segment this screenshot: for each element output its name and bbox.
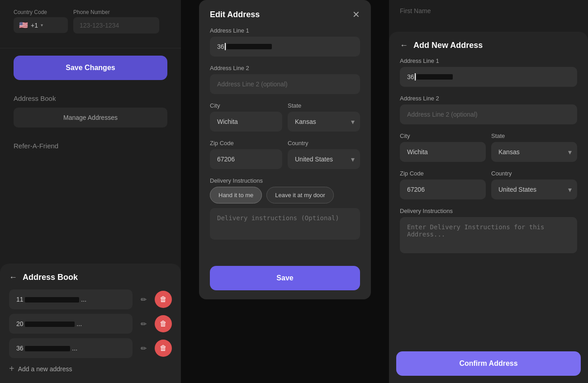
- add-new-address-row[interactable]: + Add a new address: [9, 364, 172, 374]
- right-address-line2-label: Address Line 2: [400, 95, 577, 102]
- right-address-line1-input[interactable]: 36: [400, 67, 577, 87]
- phone-field-row: Country Code 🇺🇸 +1 ▾ Phone Number 123-12…: [14, 9, 167, 33]
- address-book-drawer: ← Address Book 11 ... ✏ 🗑 20 ... ✏ 🗑: [0, 264, 181, 383]
- delivery-textarea[interactable]: [210, 208, 360, 240]
- first-name-label: First Name: [400, 7, 577, 14]
- modal-footer: Save: [199, 260, 371, 299]
- flag-icon: 🇺🇸: [19, 21, 28, 29]
- city-label: City: [210, 102, 282, 109]
- back-arrow-right-icon[interactable]: ←: [400, 41, 408, 50]
- address-line2-input[interactable]: [210, 74, 360, 94]
- delete-address-1-button[interactable]: 🗑: [155, 291, 172, 308]
- right-zip-group: Zip Code: [400, 170, 486, 199]
- confirm-address-button[interactable]: Confirm Address: [396, 351, 581, 376]
- edit-address-2-button[interactable]: ✏: [137, 316, 150, 332]
- state-select[interactable]: Kansas: [288, 112, 360, 132]
- hand-it-to-me-button[interactable]: Hand it to me: [210, 187, 262, 203]
- delete-address-2-button[interactable]: 🗑: [155, 315, 172, 332]
- redacted-text: [25, 297, 79, 303]
- address-item: 11 ... ✏ 🗑: [9, 289, 172, 309]
- right-city-group: City: [400, 132, 486, 162]
- save-changes-button[interactable]: Save Changes: [14, 56, 167, 80]
- address-text-1: 11 ...: [9, 289, 133, 309]
- right-delivery-textarea[interactable]: [400, 217, 577, 253]
- right-address-line2-group: Address Line 2: [400, 95, 577, 124]
- right-state-select[interactable]: Kansas: [491, 142, 577, 162]
- address-item: 36 ... ✏ 🗑: [9, 338, 172, 358]
- state-label: State: [288, 102, 360, 109]
- right-drawer-header: ← Add New Address: [389, 32, 588, 57]
- drawer-title: Address Book: [23, 273, 78, 282]
- refer-title: Refer-A-Friend: [14, 142, 167, 150]
- right-drawer-body: Address Line 1 36 Address Line 2 City: [389, 57, 588, 350]
- phone-input[interactable]: 123-123-1234: [73, 17, 159, 33]
- right-city-state-row: City State Kansas ▾: [400, 132, 577, 170]
- address-line1-label: Address Line 1: [210, 27, 360, 34]
- redacted-input: [227, 44, 272, 49]
- right-top: First Name: [389, 0, 588, 25]
- zip-label: Zip Code: [210, 140, 282, 147]
- refer-section: Refer-A-Friend: [0, 135, 181, 157]
- right-state-label: State: [491, 132, 577, 139]
- edit-modal-overlay: Edit Address ✕ Address Line 1 36 Address…: [181, 0, 389, 383]
- right-country-label: Country: [491, 170, 577, 177]
- right-redacted-input: [417, 74, 453, 80]
- add-new-address-title: Add New Address: [413, 41, 483, 50]
- edit-address-3-button[interactable]: ✏: [137, 340, 150, 356]
- drawer-header: ← Address Book: [9, 273, 172, 282]
- right-delivery-group: Delivery Instructions: [400, 208, 577, 255]
- close-modal-button[interactable]: ✕: [352, 9, 360, 20]
- right-state-select-wrapper: Kansas ▾: [491, 142, 577, 162]
- address-book-title: Address Book: [14, 95, 167, 102]
- leave-at-door-button[interactable]: Leave it at my door: [266, 187, 334, 203]
- country-group: Country United States ▾: [288, 140, 360, 169]
- redacted-text: [25, 346, 70, 351]
- right-country-select[interactable]: United States: [491, 180, 577, 199]
- right-delivery-label: Delivery Instructions: [400, 208, 577, 214]
- right-address-line1-value: 36: [407, 73, 414, 80]
- city-group: City: [210, 102, 282, 132]
- redacted-text: [25, 322, 75, 327]
- address-line1-group: Address Line 1 36: [210, 27, 360, 57]
- city-state-row: City State Kansas ▾: [210, 102, 360, 140]
- right-panel: First Name ← Add New Address Address Lin…: [389, 0, 588, 383]
- right-address-line2-input[interactable]: [400, 104, 577, 124]
- country-select-wrapper: United States ▾: [288, 149, 360, 169]
- add-new-address-label: Add a new address: [18, 365, 72, 373]
- city-input[interactable]: [210, 112, 282, 132]
- state-group: State Kansas ▾: [288, 102, 360, 132]
- right-city-input[interactable]: [400, 142, 486, 162]
- right-zip-country-row: Zip Code Country United States ▾: [400, 170, 577, 208]
- edit-address-1-button[interactable]: ✏: [137, 292, 150, 307]
- phone-group: Phone Number 123-123-1234: [73, 9, 159, 33]
- zip-group: Zip Code: [210, 140, 282, 169]
- address-book-section: Address Book Manage Addresses: [0, 87, 181, 135]
- address-text-2: 20 ...: [9, 314, 133, 334]
- right-city-label: City: [400, 132, 486, 139]
- right-state-group: State Kansas ▾: [491, 132, 577, 162]
- right-country-select-wrapper: United States ▾: [491, 180, 577, 199]
- text-cursor: [225, 43, 226, 50]
- zip-country-row: Zip Code Country United States ▾: [210, 140, 360, 177]
- phone-section: Country Code 🇺🇸 +1 ▾ Phone Number 123-12…: [0, 0, 181, 48]
- right-zip-input[interactable]: [400, 180, 486, 199]
- country-code-label: Country Code: [14, 9, 68, 15]
- address-line2-group: Address Line 2: [210, 65, 360, 94]
- right-address-line1-label: Address Line 1: [400, 57, 577, 64]
- right-address-line1-group: Address Line 1 36: [400, 57, 577, 87]
- save-button[interactable]: Save: [210, 266, 360, 290]
- country-code-field[interactable]: 🇺🇸 +1 ▾: [14, 17, 68, 33]
- address-line1-input[interactable]: 36: [210, 37, 360, 57]
- country-select[interactable]: United States: [288, 149, 360, 169]
- address-text-3: 36 ...: [9, 338, 133, 358]
- zip-input[interactable]: [210, 149, 282, 169]
- address-item: 20 ... ✏ 🗑: [9, 314, 172, 334]
- add-plus-icon: +: [9, 364, 14, 374]
- delivery-label: Delivery Instructions: [210, 177, 360, 184]
- edit-modal: Edit Address ✕ Address Line 1 36 Address…: [199, 0, 371, 299]
- back-arrow-icon[interactable]: ←: [9, 273, 17, 282]
- modal-body: Address Line 1 36 Address Line 2 City: [199, 27, 371, 260]
- modal-header: Edit Address ✕: [199, 0, 371, 27]
- delete-address-3-button[interactable]: 🗑: [155, 340, 172, 357]
- manage-addresses-button[interactable]: Manage Addresses: [14, 108, 167, 128]
